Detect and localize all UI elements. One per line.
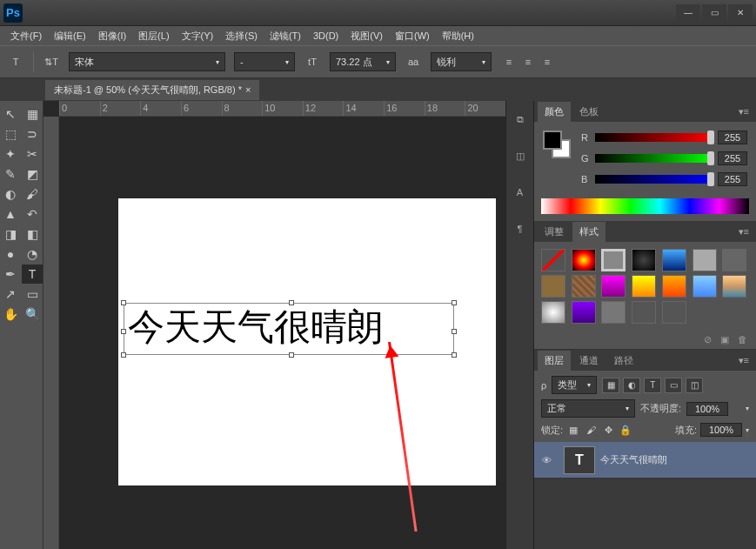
b-value[interactable]: 255 [718,172,747,186]
close-button[interactable]: ✕ [728,4,753,22]
text-bounding-box[interactable]: 今天天气很晴朗 [124,303,454,355]
layer-filter-select[interactable]: 类型▾ [552,376,597,394]
font-size-select[interactable]: 73.22 点▾ [330,52,396,71]
styles-panel-menu-icon[interactable]: ▾≡ [735,226,753,238]
layer-row[interactable]: 👁 T 今天天气很晴朗 [534,442,756,479]
tab-styles[interactable]: 样式 [572,222,605,242]
stamp-tool[interactable]: ▲ [0,204,21,224]
handle-tc[interactable] [289,300,294,305]
blend-mode-select[interactable]: 正常▾ [541,399,635,418]
g-slider[interactable] [595,154,713,163]
opacity-value[interactable]: 100% [686,402,728,416]
style-swatch[interactable] [601,301,626,324]
lock-all-icon[interactable]: 🔒 [619,423,632,437]
style-swatch[interactable] [662,301,686,324]
font-style-select[interactable]: -▾ [234,52,295,71]
filter-type-icon[interactable]: T [644,378,661,393]
filter-smart-icon[interactable]: ◫ [686,378,703,393]
antialiasing-select[interactable]: 锐利▾ [431,52,492,71]
color-swatches[interactable] [543,131,571,158]
style-swatch[interactable] [572,301,596,324]
lock-transparency-icon[interactable]: ▦ [566,423,580,437]
move-tool[interactable]: ↖ [0,104,21,124]
eraser-tool[interactable]: ◨ [0,224,21,244]
style-swatch[interactable] [601,275,626,298]
crop-tool[interactable]: ✂ [22,144,43,164]
tab-channels[interactable]: 通道 [572,351,605,371]
history-panel-icon[interactable]: ⧉ [511,110,530,129]
tab-paths[interactable]: 路径 [607,351,640,371]
style-swatch[interactable] [722,249,746,271]
foreground-color-swatch[interactable] [543,131,562,150]
style-swatch[interactable] [632,275,656,298]
r-slider[interactable] [595,133,713,142]
tab-layers[interactable]: 图层 [538,351,571,371]
filter-adjust-icon[interactable]: ◐ [623,378,640,393]
character-panel-icon[interactable]: A [511,183,530,202]
tab-swatches[interactable]: 色板 [572,102,605,122]
menu-view[interactable]: 视图(V) [345,28,388,44]
align-left-button[interactable]: ≡ [500,53,518,70]
r-value[interactable]: 255 [718,131,747,144]
history-brush-tool[interactable]: ↶ [22,204,43,224]
handle-bl[interactable] [121,352,126,358]
menu-window[interactable]: 窗口(W) [390,28,435,44]
handle-tr[interactable] [452,300,457,305]
frame-tool[interactable]: ◩ [22,164,43,184]
handle-bc[interactable] [289,352,294,358]
g-value[interactable]: 255 [718,151,747,165]
path-select-tool[interactable]: ↗ [0,285,21,304]
clear-style-icon[interactable]: ⊘ [704,334,712,345]
tab-adjustments[interactable]: 调整 [538,222,571,242]
tab-color[interactable]: 颜色 [538,102,571,122]
brush-tool[interactable]: 🖌 [22,184,43,204]
lasso-tool[interactable]: ⊃ [22,124,43,144]
dodge-tool[interactable]: ◔ [22,244,43,264]
canvas[interactable]: 今天天气很晴朗 [118,198,496,485]
marquee-tool[interactable]: ⬚ [0,124,21,144]
text-layer-content[interactable]: 今天天气很晴朗 [124,304,453,351]
style-swatch[interactable] [601,249,626,271]
menu-select[interactable]: 选择(S) [220,28,263,44]
layer-thumbnail[interactable]: T [564,446,595,474]
style-swatch[interactable] [632,301,656,324]
blur-tool[interactable]: ● [0,244,21,264]
style-none[interactable] [541,249,565,271]
handle-br[interactable] [452,352,457,358]
handle-mr[interactable] [452,329,457,334]
hand-tool[interactable]: ✋ [0,305,21,324]
menu-file[interactable]: 文件(F) [5,28,47,44]
spot-heal-tool[interactable]: ◐ [0,184,21,204]
paragraph-panel-icon[interactable]: ¶ [511,219,530,238]
type-tool[interactable]: T [22,264,43,284]
color-spectrum[interactable] [541,198,749,214]
document-tab[interactable]: 未标题-1 @ 50% (今天天气很晴朗, RGB/8) *× [45,80,259,100]
handle-ml[interactable] [121,329,126,334]
filter-shape-icon[interactable]: ▭ [665,378,682,393]
menu-image[interactable]: 图像(I) [93,28,131,44]
fill-value[interactable]: 100% [700,423,742,437]
layer-visibility-icon[interactable]: 👁 [534,455,559,465]
menu-edit[interactable]: 编辑(E) [49,28,91,44]
style-swatch[interactable] [692,249,717,271]
pen-tool[interactable]: ✒ [0,264,21,284]
layers-panel-menu-icon[interactable]: ▾≡ [735,355,753,366]
lock-position-icon[interactable]: ✥ [601,423,615,437]
artboard-tool[interactable]: ▦ [22,104,43,124]
style-swatch[interactable] [722,275,746,298]
zoom-tool[interactable]: 🔍 [22,305,43,324]
layer-name[interactable]: 今天天气很晴朗 [600,453,667,466]
lock-pixels-icon[interactable]: 🖌 [584,423,598,437]
filter-pixel-icon[interactable]: ▦ [602,378,619,393]
color-panel-menu-icon[interactable]: ▾≡ [735,106,753,117]
wand-tool[interactable]: ✦ [0,144,21,164]
handle-tl[interactable] [121,300,126,305]
text-tool-icon[interactable]: T [7,53,24,70]
close-tab-icon[interactable]: × [245,84,251,95]
menu-type[interactable]: 文字(Y) [177,28,219,44]
style-swatch[interactable] [572,249,596,271]
style-swatch[interactable] [692,275,717,298]
style-swatch[interactable] [572,275,596,298]
style-swatch[interactable] [632,249,656,271]
delete-style-icon[interactable]: 🗑 [738,334,747,345]
